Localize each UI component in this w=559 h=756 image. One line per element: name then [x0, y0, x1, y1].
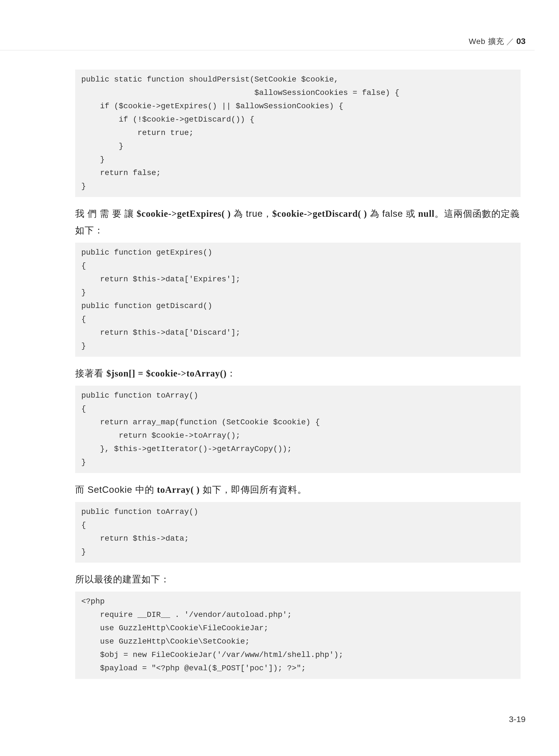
para2-pre: 接著看 — [75, 368, 106, 379]
para2-tail: ： — [227, 368, 236, 379]
para3-code1: toArray( ) — [157, 485, 200, 495]
header-rule — [0, 50, 535, 50]
page-header: Web 擴充／03 — [469, 36, 526, 47]
para1-code3: null — [418, 209, 434, 219]
page: Web 擴充／03 public static function shouldP… — [0, 0, 559, 756]
page-content: public static function shouldPersist(Set… — [75, 70, 520, 687]
code-block-3: public function toArray() { return array… — [75, 386, 520, 473]
para1-code2: $cookie->getDiscard( ) — [272, 209, 367, 219]
chapter-number: 03 — [516, 37, 526, 46]
header-title: Web 擴充 — [469, 37, 504, 46]
para2-code1: $json[] = $cookie->toArray() — [106, 368, 227, 379]
para1-mid1: 為 true， — [231, 208, 272, 219]
paragraph-3: 而 SetCookie 中的 toArray( ) 如下，即傳回所有資料。 — [75, 481, 520, 498]
paragraph-1: 我 們 需 要 讓 $cookie->getExpires( ) 為 true，… — [75, 205, 520, 239]
para1-pre: 我 們 需 要 讓 — [75, 208, 137, 219]
header-separator: ／ — [507, 37, 514, 46]
code-block-4: public function toArray() { return $this… — [75, 502, 520, 563]
para3-tail: 如下，即傳回所有資料。 — [200, 484, 307, 495]
page-number: 3-19 — [509, 714, 526, 724]
para3-pre: 而 SetCookie 中的 — [75, 484, 157, 495]
code-block-2: public function getExpires() { return $t… — [75, 243, 520, 357]
paragraph-4: 所以最後的建置如下： — [75, 571, 520, 588]
para1-code1: $cookie->getExpires( ) — [137, 209, 231, 219]
code-block-1: public static function shouldPersist(Set… — [75, 70, 520, 197]
paragraph-2: 接著看 $json[] = $cookie->toArray()： — [75, 365, 520, 382]
code-block-5: <?php require __DIR__ . '/vendor/autoloa… — [75, 592, 520, 679]
para1-mid2: 為 false 或 — [367, 208, 418, 219]
